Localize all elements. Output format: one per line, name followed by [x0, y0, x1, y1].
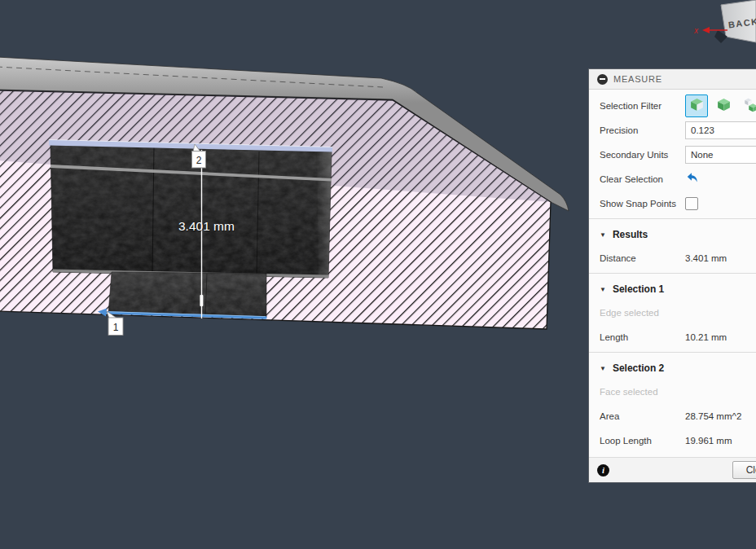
- selection-filter-group: [685, 94, 756, 117]
- selection-filter-label: Selection Filter: [600, 101, 685, 111]
- clear-selection-label: Clear Selection: [600, 174, 685, 184]
- measure-panel: MEASURE Selection Filter: [588, 68, 756, 483]
- measure-line-tick: [200, 295, 203, 306]
- triangle-down-icon: [600, 283, 606, 295]
- results-section-header[interactable]: Results: [589, 223, 756, 246]
- filter-body-button[interactable]: [712, 94, 735, 117]
- precision-row: Precision 0.123: [589, 118, 756, 143]
- info-icon[interactable]: i: [597, 464, 609, 477]
- area-label: Area: [600, 411, 685, 421]
- show-snap-points-label: Show Snap Points: [600, 199, 685, 209]
- measure-panel-header[interactable]: MEASURE: [589, 69, 756, 90]
- axis-x-label: x: [693, 26, 699, 35]
- boss-body[interactable]: [51, 145, 332, 278]
- selection1-header-label: Selection 1: [613, 283, 664, 295]
- close-button[interactable]: Close: [732, 461, 756, 479]
- area-row: Area 28.754 mm^2: [589, 404, 756, 428]
- selection2-section: Selection 2 Face selected Area 28.754 mm…: [589, 353, 756, 455]
- secondary-units-value: None: [691, 150, 714, 160]
- cube-component-icon: [743, 97, 756, 115]
- distance-label: Distance: [600, 253, 685, 263]
- show-snap-points-row: Show Snap Points: [589, 191, 756, 216]
- results-header-label: Results: [613, 229, 648, 240]
- distance-row: Distance 3.401 mm: [589, 246, 756, 270]
- clear-selection-button[interactable]: [685, 171, 701, 187]
- loop-length-label: Loop Length: [600, 436, 685, 446]
- distance-value: 3.401 mm: [685, 253, 727, 263]
- precision-value: 0.123: [691, 125, 714, 135]
- cube-body-icon: [716, 97, 732, 115]
- selection1-section-header[interactable]: Selection 1: [589, 278, 756, 301]
- length-label: Length: [600, 332, 685, 342]
- panel-title: MEASURE: [613, 74, 662, 84]
- show-snap-points-checkbox[interactable]: [685, 197, 698, 210]
- secondary-units-label: Secondary Units: [600, 150, 685, 160]
- precision-label: Precision: [600, 125, 685, 135]
- results-section: Results Distance 3.401 mm: [589, 219, 756, 273]
- loop-length-row: Loop Length 19.961 mm: [589, 428, 756, 453]
- triangle-down-icon: [600, 362, 606, 374]
- cube-face-icon: [689, 97, 705, 115]
- selection2-header-label: Selection 2: [613, 362, 664, 374]
- small-boss-body[interactable]: [108, 272, 266, 317]
- panel-footer: i Close: [589, 457, 756, 482]
- dimension-label: 3.401 mm: [178, 219, 235, 233]
- measure-controls: Selection Filter: [589, 90, 756, 218]
- marker-1-label: 1: [113, 322, 119, 333]
- length-row: Length 10.21 mm: [589, 325, 756, 349]
- area-value: 28.754 mm^2: [685, 411, 741, 421]
- selection2-status: Face selected: [589, 380, 756, 404]
- filter-face-button[interactable]: [685, 94, 708, 117]
- panel-grip-icon: [597, 74, 608, 85]
- length-value: 10.21 mm: [685, 332, 727, 342]
- undo-arrow-icon: [685, 171, 699, 187]
- loop-length-value: 19.961 mm: [685, 436, 732, 446]
- clear-selection-row: Clear Selection: [589, 167, 756, 191]
- filter-component-button[interactable]: [739, 94, 756, 117]
- secondary-units-row: Secondary Units None: [589, 143, 756, 167]
- selection1-status: Edge selected: [589, 301, 756, 325]
- selection2-section-header[interactable]: Selection 2: [589, 357, 756, 380]
- selection-filter-row: Selection Filter: [589, 94, 756, 118]
- selection1-section: Selection 1 Edge selected Length 10.21 m…: [589, 274, 756, 352]
- marker-2-label: 2: [196, 155, 202, 166]
- precision-select[interactable]: 0.123: [685, 121, 756, 139]
- secondary-units-select[interactable]: None: [685, 146, 756, 164]
- triangle-down-icon: [600, 229, 606, 240]
